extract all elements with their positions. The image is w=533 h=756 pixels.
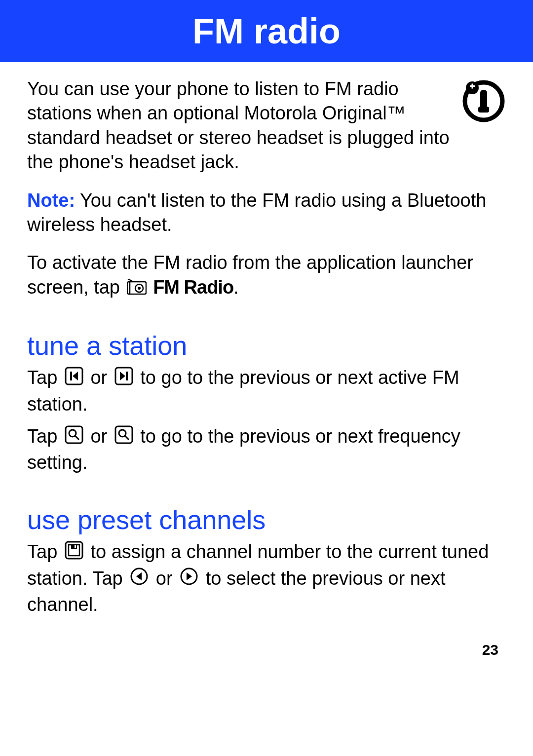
intro-paragraph: You can use your phone to listen to FM r…	[27, 77, 452, 175]
tune-paragraph-2: Tap or to go to the previous or next fre…	[27, 424, 506, 475]
svg-line-22	[125, 436, 129, 440]
svg-rect-17	[66, 426, 82, 443]
note-paragraph: Note: You can't listen to the FM radio u…	[27, 189, 506, 237]
page-header: FM radio	[0, 0, 533, 62]
tune-p2-prefix: Tap	[27, 426, 63, 447]
svg-rect-5	[472, 84, 473, 89]
page-content: You can use your phone to listen to FM r…	[0, 62, 533, 617]
note-label: Note:	[27, 190, 75, 211]
tune-p1-mid: or	[90, 367, 112, 388]
tune-p2-mid: or	[90, 426, 112, 447]
svg-line-19	[75, 436, 79, 440]
svg-rect-20	[115, 426, 132, 443]
svg-point-21	[119, 430, 126, 437]
preset-mid2: or	[156, 568, 178, 589]
svg-marker-15	[120, 372, 125, 380]
activate-prefix: To activate the FM radio from the applic…	[27, 252, 473, 297]
page-title: FM radio	[192, 11, 341, 51]
save-preset-icon	[64, 540, 84, 566]
note-text: You can't listen to the FM radio using a…	[27, 190, 486, 235]
svg-rect-2	[478, 107, 489, 113]
activate-paragraph: To activate the FM radio from the applic…	[27, 251, 506, 301]
svg-rect-12	[70, 372, 72, 380]
svg-marker-28	[136, 572, 142, 580]
svg-rect-16	[126, 372, 128, 380]
page-number: 23	[0, 617, 533, 673]
tune-p1-prefix: Tap	[27, 367, 63, 388]
tune-heading: tune a station	[27, 330, 506, 361]
previous-frequency-icon	[64, 425, 84, 451]
svg-rect-26	[75, 545, 76, 548]
accessory-icon	[461, 79, 506, 125]
svg-point-18	[69, 430, 76, 437]
fm-radio-label: FM Radio	[153, 277, 233, 298]
next-station-icon	[114, 366, 134, 392]
next-frequency-icon	[114, 425, 134, 451]
svg-rect-25	[71, 545, 77, 549]
svg-point-9	[138, 287, 141, 290]
svg-marker-13	[73, 372, 78, 380]
activate-suffix: .	[233, 277, 239, 298]
svg-marker-30	[187, 572, 192, 580]
previous-channel-icon	[129, 567, 149, 592]
preset-prefix: Tap	[27, 541, 63, 562]
preset-heading: use preset channels	[27, 504, 506, 535]
previous-station-icon	[64, 366, 84, 392]
fm-radio-app-icon	[127, 276, 147, 301]
tune-paragraph-1: Tap or to go to the previous or next act…	[27, 366, 506, 416]
next-channel-icon	[179, 567, 199, 592]
svg-line-10	[128, 279, 132, 281]
preset-paragraph: Tap to assign a channel number to the cu…	[27, 540, 506, 617]
